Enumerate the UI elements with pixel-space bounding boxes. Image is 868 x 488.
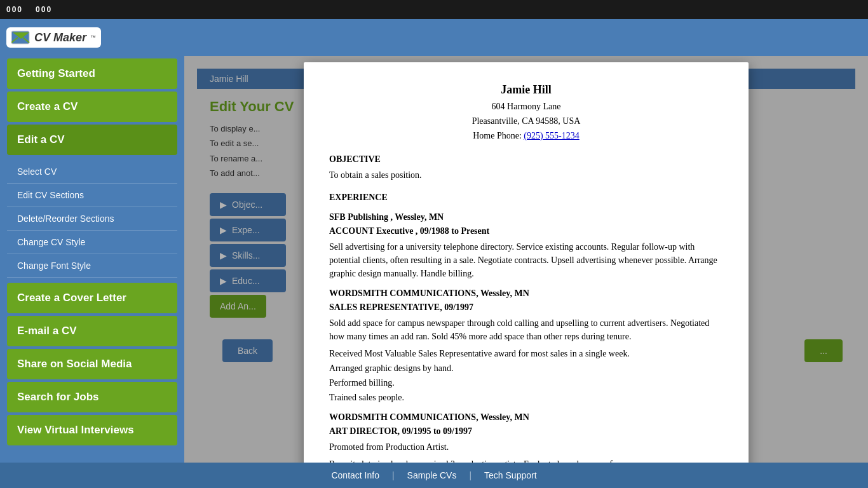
logo-tm: ™	[90, 34, 96, 41]
job3-desc: Promoted from Production Artist.	[329, 440, 723, 454]
objective-section-title: OBJECTIVE	[329, 152, 723, 166]
footer-sep-2: |	[469, 470, 471, 480]
job2-achievement-3: Performed billing.	[329, 376, 723, 390]
edit-cv-submenu: Select CV Edit CV Sections Delete/Reorde…	[0, 158, 184, 280]
change-cv-style-item[interactable]: Change CV Style	[7, 231, 177, 254]
job1-desc: Sell advertising for a university teleph…	[329, 240, 723, 280]
job1-employer: SFB Publishing , Wessley, MN	[329, 210, 723, 224]
cv-preview-modal: Jamie Hill 604 Harmony Lane Pleasantvill…	[304, 62, 749, 463]
job2-achievement-2: Arranged graphic designs by hand.	[329, 362, 723, 375]
create-cv-button[interactable]: Create a CV	[7, 92, 177, 122]
cv-address1: 604 Harmony Lane	[329, 100, 723, 113]
logo-text: CV Maker	[34, 31, 86, 44]
browser-bar: 000 000	[0, 0, 868, 19]
job2-desc: Sold add space for campus newspaper thro…	[329, 316, 723, 343]
cv-phone-label: Home Phone:	[473, 131, 522, 140]
app-header: CV Maker™	[0, 19, 868, 56]
edit-cv-sections-item[interactable]: Edit CV Sections	[7, 184, 177, 207]
browser-dots-2: 000	[36, 5, 52, 14]
footer: Contact Info | Sample CVs | Tech Support	[0, 463, 868, 488]
search-jobs-button[interactable]: Search for Jobs	[7, 382, 177, 412]
getting-started-button[interactable]: Getting Started	[7, 58, 177, 89]
browser-dots-1: 000	[6, 5, 23, 14]
select-cv-item[interactable]: Select CV	[7, 160, 177, 184]
contact-info-link[interactable]: Contact Info	[331, 470, 379, 480]
modal-content: Jamie Hill 604 Harmony Lane Pleasantvill…	[304, 62, 749, 463]
modal-overlay: Jamie Hill 604 Harmony Lane Pleasantvill…	[184, 56, 868, 463]
cv-address2: Pleasantville, CA 94588, USA	[329, 114, 723, 128]
tech-support-link[interactable]: Tech Support	[484, 470, 537, 480]
job2-achievement-4: Trained sales people.	[329, 391, 723, 404]
edit-cv-button[interactable]: Edit a CV	[7, 125, 177, 155]
job2-achievement-1: Received Most Valuable Sales Representat…	[329, 347, 723, 360]
experience-section-title: EXPERIENCE	[329, 191, 723, 204]
job1-title: ACCOUNT Executive , 09/1988 to Present	[329, 224, 723, 238]
job2-employer: WORDSMITH COMMUNICATIONS, Wessley, MN	[329, 287, 723, 300]
content-area: Jamie Hill Edit Your CV To display e... …	[184, 56, 868, 463]
objective-text: To obtain a sales position.	[329, 168, 723, 182]
job3-title: ART DIRECTOR, 09/1995 to 09/1997	[329, 424, 723, 438]
cv-name: Jamie Hill	[329, 81, 723, 98]
cv-phone: Home Phone: (925) 555-1234	[329, 129, 723, 142]
delete-reorder-item[interactable]: Delete/Reorder Sections	[7, 207, 177, 231]
footer-sep-1: |	[392, 470, 395, 480]
job2-title: SALES REPRESENTATIVE, 09/1997	[329, 301, 723, 314]
main-layout: Getting Started Create a CV Edit a CV Se…	[0, 56, 868, 463]
sidebar: Getting Started Create a CV Edit a CV Se…	[0, 56, 184, 463]
cv-phone-number[interactable]: (925) 555-1234	[524, 131, 580, 140]
logo[interactable]: CV Maker™	[6, 27, 101, 48]
share-social-button[interactable]: Share on Social Media	[7, 349, 177, 379]
logo-icon	[11, 30, 31, 45]
sample-cvs-link[interactable]: Sample CVs	[407, 470, 457, 480]
create-cover-letter-button[interactable]: Create a Cover Letter	[7, 283, 177, 313]
view-virtual-button[interactable]: View Virtual Interviews	[7, 415, 177, 445]
job3-employer: WORDSMITH COMMUNICATIONS, Wessley, MN	[329, 410, 723, 424]
job3-achievement-1: Recruited, trained and supervised 3 prod…	[329, 458, 723, 463]
email-cv-button[interactable]: E-mail a CV	[7, 316, 177, 346]
change-font-style-item[interactable]: Change Font Style	[7, 254, 177, 278]
